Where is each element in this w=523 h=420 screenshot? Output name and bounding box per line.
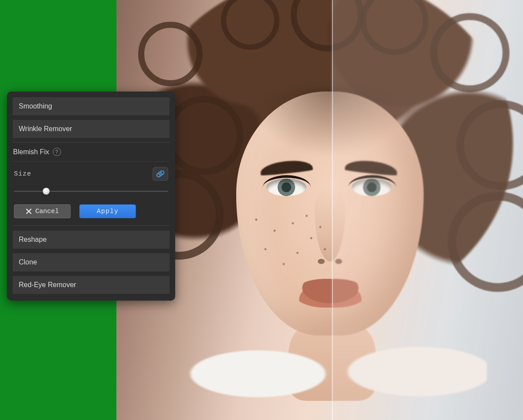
before-after-divider[interactable] xyxy=(332,0,333,420)
retouch-tools-panel: Smoothing Wrinkle Remover Blemish Fix ? … xyxy=(7,91,175,301)
tool-label: Wrinkle Remover xyxy=(19,125,72,133)
portrait-eye-left xyxy=(266,179,306,196)
tool-wrinkle-remover[interactable]: Wrinkle Remover xyxy=(12,119,170,139)
tool-label: Smoothing xyxy=(19,102,52,110)
tool-blemish-fix-header[interactable]: Blemish Fix ? xyxy=(12,142,170,162)
tool-clone[interactable]: Clone xyxy=(12,253,170,272)
tool-red-eye-remover[interactable]: Red-Eye Remover xyxy=(12,275,170,295)
tool-label: Red-Eye Remover xyxy=(19,281,76,289)
tool-label: Reshape xyxy=(19,236,47,244)
size-slider-track xyxy=(14,191,168,192)
svg-rect-0 xyxy=(156,170,164,178)
cancel-button[interactable]: Cancel xyxy=(14,204,71,218)
brush-tool-toggle[interactable] xyxy=(153,167,168,181)
tool-reshape[interactable]: Reshape xyxy=(12,230,170,249)
cancel-button-label: Cancel xyxy=(35,208,59,215)
portrait-freckles-left xyxy=(247,205,339,279)
bandage-icon xyxy=(156,169,165,178)
compare-after-overlay xyxy=(332,0,523,420)
tool-blemish-fix-expanded: Blemish Fix ? Size xyxy=(12,142,170,226)
tool-label: Blemish Fix xyxy=(13,148,49,156)
size-slider[interactable] xyxy=(14,185,168,197)
tool-smoothing[interactable]: Smoothing xyxy=(12,97,170,116)
photo-canvas[interactable] xyxy=(116,0,523,420)
size-slider-thumb[interactable] xyxy=(43,188,50,195)
tool-label: Clone xyxy=(19,258,37,266)
help-icon[interactable]: ? xyxy=(53,148,61,156)
apply-button-label: Apply xyxy=(97,208,119,215)
apply-button[interactable]: Apply xyxy=(79,204,136,218)
close-icon xyxy=(26,208,32,214)
size-label: Size xyxy=(14,170,31,178)
